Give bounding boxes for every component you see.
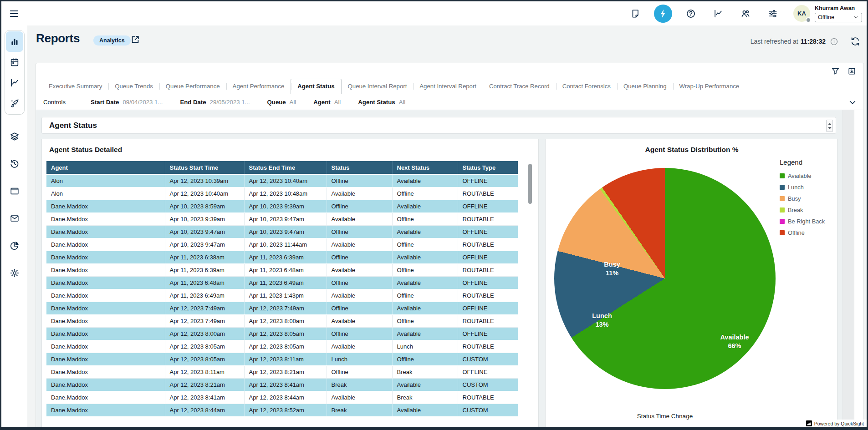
info-icon[interactable] <box>830 37 838 46</box>
powered-by-quicksight-badge[interactable]: Powered by QuickSight <box>804 420 867 427</box>
table-row[interactable]: Dane.MaddoxApr 12, 2023 8:11amApr 12, 20… <box>46 365 518 378</box>
table-cell[interactable]: Apr 12, 2023 8:11am <box>165 365 244 378</box>
table-cell[interactable]: Offline <box>392 314 458 327</box>
table-cell[interactable]: Dane.Maddox <box>46 391 165 404</box>
table-row[interactable]: Dane.MaddoxApr 11, 2023 6:49amApr 11, 20… <box>46 289 518 302</box>
tab-queue-interval-report[interactable]: Queue Interval Report <box>342 79 414 94</box>
table-cell[interactable]: Available <box>327 340 392 353</box>
table-cell[interactable]: OFFLINE <box>458 251 518 263</box>
table-cell[interactable]: Apr 12, 2023 8:41am <box>165 391 244 404</box>
controls-collapse-chevron-icon[interactable] <box>848 98 857 107</box>
table-cell[interactable]: OFFLINE <box>458 174 518 187</box>
tab-contact-forensics[interactable]: Contact Forensics <box>556 79 617 94</box>
table-cell[interactable]: Offline <box>327 302 392 314</box>
tab-queue-performance[interactable]: Queue Performance <box>159 79 226 94</box>
table-cell[interactable]: Lunch <box>327 353 392 365</box>
table-cell[interactable]: Apr 10, 2023 9:39am <box>165 212 244 225</box>
table-cell[interactable]: Offline <box>392 238 458 251</box>
table-cell[interactable]: Apr 10, 2023 9:47am <box>244 225 327 238</box>
calendar-icon[interactable] <box>6 52 23 72</box>
table-cell[interactable]: Apr 12, 2023 8:00am <box>165 327 244 340</box>
table-cell[interactable]: Break <box>327 404 392 416</box>
control-queue[interactable]: QueueAll <box>267 99 296 106</box>
table-cell[interactable]: Apr 10, 2023 8:59am <box>165 200 244 212</box>
table-row[interactable]: Dane.MaddoxApr 11, 2023 6:39amApr 11, 20… <box>46 263 518 276</box>
settings-gear-icon[interactable] <box>10 268 20 278</box>
table-cell[interactable]: Dane.Maddox <box>46 353 165 365</box>
table-cell[interactable]: Offline <box>392 289 458 302</box>
tab-agent-status[interactable]: Agent Status <box>291 79 341 94</box>
table-cell[interactable]: Apr 11, 2023 6:38am <box>165 251 244 263</box>
table-cell[interactable]: Dane.Maddox <box>46 314 165 327</box>
table-row[interactable]: Dane.MaddoxApr 10, 2023 9:47amApr 10, 20… <box>46 238 518 251</box>
control-start-date[interactable]: Start Date09/04/2023 1... <box>91 99 163 106</box>
table-cell[interactable]: Apr 12, 2023 8:44am <box>244 391 327 404</box>
browser-window-icon[interactable] <box>10 186 20 196</box>
tab-queue-planning[interactable]: Queue Planning <box>617 79 673 94</box>
tab-executive-summary[interactable]: Executive Summary <box>42 79 108 94</box>
table-cell[interactable]: Lunch <box>392 340 458 353</box>
table-cell[interactable]: Break <box>392 391 458 404</box>
table-cell[interactable]: Available <box>327 391 392 404</box>
table-cell[interactable]: Apr 12, 2023 7:49am <box>244 302 327 314</box>
table-cell[interactable]: Dane.Maddox <box>46 378 165 391</box>
table-row[interactable]: Dane.MaddoxApr 11, 2023 6:38amApr 11, 20… <box>46 251 518 263</box>
table-cell[interactable]: Dane.Maddox <box>46 251 165 263</box>
table-scrollbar-thumb[interactable] <box>528 164 532 204</box>
legend-item-lunch[interactable]: Lunch <box>780 184 825 191</box>
quick-connect-bolt-icon[interactable] <box>654 5 672 23</box>
table-cell[interactable]: Apr 12, 2023 8:41am <box>244 378 327 391</box>
table-cell[interactable]: Available <box>327 187 392 200</box>
settings-sliders-icon[interactable] <box>764 5 781 22</box>
control-agent-status[interactable]: Agent StatusAll <box>358 99 405 106</box>
table-cell[interactable]: Available <box>392 404 458 416</box>
table-cell[interactable]: Available <box>327 263 392 276</box>
notes-icon[interactable] <box>627 5 644 22</box>
table-cell[interactable]: Offline <box>327 365 392 378</box>
table-cell[interactable]: Offline <box>327 174 392 187</box>
column-header-status-start-time[interactable]: Status Start Time <box>165 161 244 174</box>
table-cell[interactable]: Apr 12, 2023 8:05am <box>244 340 327 353</box>
table-cell[interactable]: ROUTABLE <box>458 187 518 200</box>
table-cell[interactable]: CUSTOM <box>458 353 518 365</box>
column-header-status-type[interactable]: Status Type <box>458 161 518 174</box>
table-cell[interactable]: Apr 11, 2023 6:48am <box>165 276 244 289</box>
metrics-line-chart-icon[interactable] <box>710 5 727 22</box>
table-cell[interactable]: Available <box>392 302 458 314</box>
mail-icon[interactable] <box>10 213 20 223</box>
table-cell[interactable]: Dane.Maddox <box>46 276 165 289</box>
table-cell[interactable]: Available <box>327 212 392 225</box>
agent-status-select[interactable]: Offline <box>815 13 862 22</box>
table-row[interactable]: Dane.MaddoxApr 10, 2023 9:47amApr 10, 20… <box>46 225 518 238</box>
table-cell[interactable]: Alon <box>46 187 165 200</box>
table-cell[interactable]: Apr 12, 2023 8:44am <box>165 404 244 416</box>
table-cell[interactable]: OFFLINE <box>458 327 518 340</box>
table-cell[interactable]: Available <box>392 225 458 238</box>
column-header-status-end-time[interactable]: Status End Time <box>244 161 327 174</box>
external-link-icon[interactable] <box>130 35 140 45</box>
tab-agent-interval-report[interactable]: Agent Interval Report <box>413 79 483 94</box>
tab-agent-performance[interactable]: Agent Performance <box>226 79 291 94</box>
table-cell[interactable]: OFFLINE <box>458 276 518 289</box>
table-cell[interactable]: Apr 10, 2023 9:39am <box>244 200 327 212</box>
table-cell[interactable]: ROUTABLE <box>458 289 518 302</box>
table-cell[interactable]: Available <box>392 174 458 187</box>
table-row[interactable]: AlonApr 12, 2023 10:39amApr 12, 2023 10:… <box>46 174 518 187</box>
table-row[interactable]: Dane.MaddoxApr 10, 2023 8:59amApr 10, 20… <box>46 200 518 212</box>
column-header-status[interactable]: Status <box>327 161 392 174</box>
table-cell[interactable]: Apr 12, 2023 8:00am <box>244 314 327 327</box>
table-cell[interactable]: Apr 11, 2023 6:49am <box>244 276 327 289</box>
table-cell[interactable]: Break <box>392 365 458 378</box>
section-spinner[interactable] <box>826 120 833 132</box>
table-cell[interactable]: Offline <box>327 276 392 289</box>
help-icon[interactable] <box>682 5 700 22</box>
users-icon[interactable] <box>737 5 754 22</box>
table-row[interactable]: Dane.MaddoxApr 12, 2023 8:05amApr 12, 20… <box>46 353 518 365</box>
table-cell[interactable]: Apr 11, 2023 6:39am <box>244 251 327 263</box>
control-agent[interactable]: AgentAll <box>313 99 341 106</box>
table-cell[interactable]: Apr 11, 2023 1:43pm <box>244 289 327 302</box>
table-cell[interactable]: Apr 10, 2023 9:47am <box>244 212 327 225</box>
table-cell[interactable]: OFFLINE <box>458 225 518 238</box>
table-cell[interactable]: Offline <box>327 327 392 340</box>
control-end-date[interactable]: End Date29/05/2023 1... <box>180 99 250 106</box>
